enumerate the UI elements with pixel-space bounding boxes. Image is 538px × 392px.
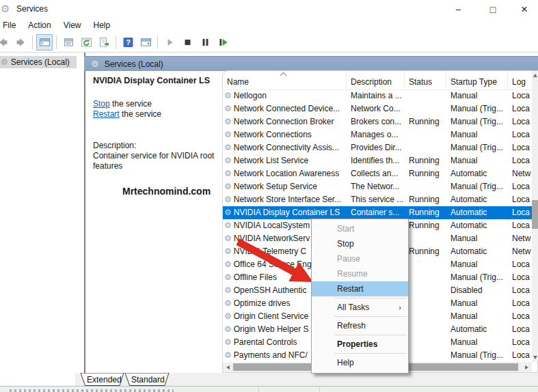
context-menu-item-all-tasks[interactable]: All Tasks›	[312, 300, 408, 315]
toolbar: ?	[0, 33, 538, 53]
context-menu-item-stop[interactable]: Stop	[312, 236, 408, 251]
refresh-icon[interactable]	[78, 34, 94, 51]
scroll-up-button[interactable]	[532, 71, 538, 80]
context-menu-item-properties[interactable]: Properties	[312, 337, 408, 352]
restart-service-suffix: the service	[120, 109, 161, 119]
service-status: Running	[405, 219, 446, 232]
context-menu-item-help[interactable]: Help	[312, 355, 408, 370]
service-row[interactable]: ⚙Network Setup ServiceThe Networ...Manua…	[223, 180, 532, 193]
watermark-text: Mrtechnomind.com	[122, 186, 211, 197]
column-header-log-on-as[interactable]: Log	[508, 71, 532, 89]
service-name: Netlogon	[234, 89, 267, 102]
service-log-on-as: Loca	[508, 141, 532, 154]
restart-service-icon[interactable]	[215, 34, 231, 51]
column-header-description[interactable]: Description	[347, 71, 405, 89]
maximize-button[interactable]: □	[477, 0, 509, 18]
menu-separator	[334, 298, 407, 298]
service-startup-type: Manual (Trig...	[446, 102, 508, 115]
service-status: Running	[405, 154, 446, 167]
service-row[interactable]: ⚙Network Connection BrokerBrokers con...…	[223, 115, 532, 128]
service-gear-icon: ⚙	[224, 167, 232, 180]
service-gear-icon: ⚙	[91, 59, 99, 69]
service-startup-type: Manual	[446, 128, 508, 141]
context-menu-item-resume[interactable]: Resume	[312, 266, 408, 281]
service-gear-icon: ⚙	[224, 284, 232, 297]
description-line1: Container service for NVIDIA root	[93, 151, 214, 160]
service-status	[405, 310, 446, 323]
list-column-headers: Name Description Status Startup Type Log	[223, 71, 532, 90]
service-description: The Networ...	[347, 180, 405, 193]
service-row[interactable]: ⚙Network Store Interface Ser...This serv…	[223, 193, 532, 206]
service-status	[405, 349, 446, 362]
selected-service-title: NVIDIA Display Container LS	[93, 76, 210, 85]
pane-splitter[interactable]	[80, 53, 85, 386]
service-row[interactable]: ⚙NetlogonMaintains a ...ManualLoca	[223, 89, 532, 102]
close-button[interactable]: ×	[509, 0, 538, 18]
service-description: Maintains a ...	[347, 89, 405, 102]
service-row[interactable]: ⚙NVIDIA Display Container LSContainer s.…	[223, 206, 532, 219]
service-row[interactable]: ⚙Network Location AwarenessCollects an..…	[223, 167, 532, 180]
service-gear-icon: ⚙	[224, 232, 232, 245]
service-gear-icon: ⚙	[224, 310, 232, 323]
menu-file[interactable]: File	[0, 18, 22, 32]
service-startup-type: Manual	[446, 89, 508, 102]
service-name: Network Connected Device...	[234, 102, 340, 115]
context-menu-item-start[interactable]: Start	[312, 221, 408, 236]
service-startup-type: Automatic	[446, 323, 508, 336]
service-gear-icon: ⚙	[224, 245, 232, 258]
service-status	[405, 232, 446, 245]
column-header-startup-type[interactable]: Startup Type	[446, 71, 508, 89]
scroll-left-button[interactable]	[223, 362, 232, 372]
service-log-on-as: Loca	[508, 323, 532, 336]
scroll-right-button[interactable]	[522, 362, 532, 372]
service-name: Optimize drives	[234, 297, 291, 310]
context-menu-item-refresh[interactable]: Refresh	[312, 318, 408, 333]
export-list-icon[interactable]	[96, 34, 112, 51]
stop-service-icon[interactable]	[179, 34, 196, 51]
service-log-on-as: Loca	[508, 297, 532, 310]
start-service-icon[interactable]	[161, 34, 178, 51]
service-name: NVIDIA NetworkServ	[234, 232, 310, 245]
scroll-down-button[interactable]	[532, 353, 538, 362]
tree-item-services-local[interactable]: ⚙ Services (Local)	[0, 56, 77, 68]
service-name-cell: ⚙Network List Service	[223, 154, 347, 167]
pause-service-icon[interactable]	[197, 34, 213, 51]
action-pane-icon[interactable]	[137, 34, 154, 51]
service-gear-icon: ⚙	[224, 349, 232, 362]
service-startup-type: Automatic	[446, 193, 508, 206]
console-tree-panel: ⚙ Services (Local)	[0, 53, 80, 386]
properties-window-icon[interactable]	[60, 34, 77, 51]
context-menu-item-pause[interactable]: Pause	[312, 251, 408, 266]
context-menu-item-restart[interactable]: Restart	[312, 281, 408, 296]
menu-action[interactable]: Action	[22, 18, 57, 32]
console-tree-icon[interactable]	[36, 34, 53, 51]
vertical-scroll-thumb[interactable]	[532, 200, 538, 229]
restart-service-link[interactable]: Restart	[93, 109, 120, 119]
service-row[interactable]: ⚙Network Connectivity Assis...Provides D…	[223, 141, 532, 154]
title-bar: ⚙ Services − □ ×	[0, 0, 538, 18]
service-startup-type: Automatic	[446, 206, 508, 219]
service-log-on-as: Loca	[508, 180, 532, 193]
menu-help[interactable]: Help	[88, 18, 117, 32]
service-name-cell: ⚙Network Connectivity Assis...	[223, 141, 347, 154]
help-icon[interactable]: ?	[120, 34, 136, 51]
tab-extended[interactable]: Extended	[87, 375, 122, 384]
service-row[interactable]: ⚙Network Connected Device...Network Co..…	[223, 102, 532, 115]
forward-arrow-icon[interactable]	[12, 34, 29, 51]
service-row[interactable]: ⚙Network List ServiceIdentifies th...Run…	[223, 154, 532, 167]
menu-view[interactable]: View	[57, 18, 88, 32]
service-log-on-as: Loca	[508, 284, 532, 297]
service-startup-type: Disabled	[446, 284, 508, 297]
minimize-button[interactable]: −	[442, 0, 474, 18]
column-header-name[interactable]: Name	[223, 71, 347, 89]
tab-standard[interactable]: Standard	[131, 375, 165, 384]
service-startup-type: Manual (Trig...	[446, 271, 508, 284]
service-row[interactable]: ⚙Network ConnectionsManages o...ManualLo…	[223, 128, 532, 141]
back-arrow-icon[interactable]	[0, 34, 11, 51]
service-name: Network Connectivity Assis...	[234, 141, 339, 154]
service-log-on-as: Loca	[508, 89, 532, 102]
service-name: Payments and NFC/	[234, 349, 308, 362]
stop-service-link[interactable]: Stop	[93, 99, 110, 109]
column-header-status[interactable]: Status	[405, 71, 446, 89]
service-startup-type: Manual (Trig...	[446, 180, 508, 193]
